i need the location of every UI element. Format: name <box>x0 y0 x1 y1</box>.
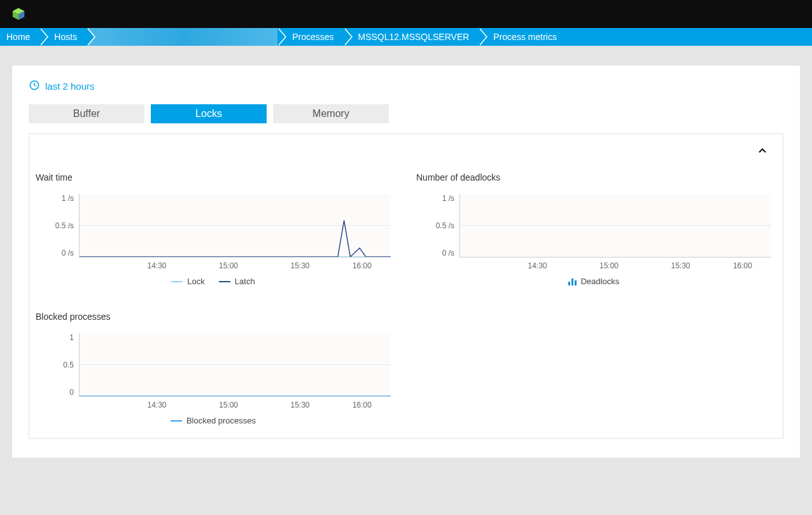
breadcrumb-process[interactable]: MSSQL12.MSSQLSERVER <box>344 28 480 46</box>
chart-legend: Lock Latch <box>36 277 391 286</box>
plot-area[interactable] <box>79 194 391 258</box>
legend-item-blocked[interactable]: Blocked processes <box>171 416 256 425</box>
breadcrumb-host[interactable] <box>87 28 278 46</box>
chevron-up-icon <box>756 144 769 157</box>
tab-locks[interactable]: Locks <box>151 104 267 123</box>
y-tick: 0.5 <box>63 360 74 369</box>
breadcrumb-metrics-label: Process metrics <box>493 32 557 42</box>
breadcrumb-processes-label: Processes <box>292 32 333 42</box>
x-tick: 15:30 <box>290 261 309 270</box>
x-axis: 14:30 15:00 15:30 16:00 <box>459 258 771 270</box>
breadcrumb-processes[interactable]: Processes <box>278 28 344 46</box>
y-axis: 1 0.5 0 <box>36 333 79 397</box>
chart-title: Wait time <box>36 172 391 182</box>
breadcrumb-home[interactable]: Home <box>0 28 40 46</box>
legend-label: Latch <box>235 277 255 286</box>
chart-blocked-processes: Blocked processes 1 0.5 0 <box>36 312 391 425</box>
tab-buffer-label: Buffer <box>73 108 100 120</box>
legend-swatch <box>171 420 182 422</box>
y-tick: 0 /s <box>62 249 74 258</box>
bar-icon <box>568 278 577 285</box>
plot-area[interactable] <box>79 333 391 397</box>
legend-label: Lock <box>187 277 204 286</box>
chart-deadlocks: Number of deadlocks 1 /s 0.5 /s 0 /s 14:… <box>416 172 771 286</box>
y-tick: 0 <box>69 388 74 397</box>
x-tick: 15:00 <box>219 401 238 409</box>
chart-legend: Blocked processes <box>36 416 391 425</box>
chart-wait-time: Wait time 1 /s 0.5 /s 0 /s <box>36 172 391 286</box>
x-tick: 15:30 <box>290 401 309 409</box>
y-axis: 1 /s 0.5 /s 0 /s <box>36 194 79 258</box>
top-bar <box>0 0 812 28</box>
x-tick: 16:00 <box>733 261 752 270</box>
y-tick: 0.5 /s <box>55 221 74 230</box>
chart-title: Blocked processes <box>36 312 391 322</box>
app-logo-icon <box>11 7 25 21</box>
page-body: last 2 hours Buffer Locks Memory Wait ti… <box>0 46 812 477</box>
time-range-label: last 2 hours <box>45 81 95 92</box>
y-tick: 1 /s <box>62 194 74 203</box>
tab-memory[interactable]: Memory <box>273 104 389 123</box>
x-tick: 15:00 <box>599 261 619 270</box>
y-tick: 0.5 /s <box>436 221 454 230</box>
breadcrumb-home-label: Home <box>6 32 30 42</box>
panel-collapse-button[interactable] <box>756 144 769 159</box>
clock-icon <box>29 79 40 93</box>
chart-title: Number of deadlocks <box>416 172 771 182</box>
breadcrumb-process-metrics[interactable]: Process metrics <box>479 28 567 46</box>
x-tick: 15:00 <box>219 261 238 270</box>
x-tick: 14:30 <box>147 261 166 270</box>
x-tick: 14:30 <box>528 261 547 270</box>
breadcrumb-hosts-label: Hosts <box>54 32 77 42</box>
x-tick: 16:00 <box>353 401 372 409</box>
x-tick: 14:30 <box>147 401 166 409</box>
x-tick: 16:00 <box>353 261 372 270</box>
locks-panel: Wait time 1 /s 0.5 /s 0 /s <box>29 134 783 439</box>
legend-label: Blocked processes <box>186 416 256 425</box>
y-tick: 0 /s <box>442 249 454 258</box>
breadcrumb-process-label: MSSQL12.MSSQLSERVER <box>358 32 470 42</box>
x-axis: 14:30 15:00 15:30 16:00 <box>79 258 391 270</box>
y-axis: 1 /s 0.5 /s 0 /s <box>416 194 459 258</box>
x-tick: 15:30 <box>671 261 690 270</box>
y-tick: 1 /s <box>442 194 454 203</box>
metric-tabs: Buffer Locks Memory <box>29 104 783 123</box>
time-range-picker[interactable]: last 2 hours <box>29 79 95 93</box>
tab-locks-label: Locks <box>195 108 222 120</box>
y-tick: 1 <box>69 333 74 342</box>
chart-legend: Deadlocks <box>416 277 771 286</box>
tab-buffer[interactable]: Buffer <box>29 104 144 123</box>
plot-area[interactable] <box>459 194 771 258</box>
legend-item-latch[interactable]: Latch <box>219 277 255 286</box>
legend-item-deadlocks[interactable]: Deadlocks <box>568 277 620 286</box>
breadcrumb: Home Hosts Processes MSSQL12.MSSQLSERVER… <box>0 28 812 46</box>
tab-memory-label: Memory <box>312 108 349 120</box>
legend-label: Deadlocks <box>581 277 620 286</box>
x-axis: 14:30 15:00 15:30 16:00 <box>79 397 391 409</box>
legend-swatch <box>219 281 230 282</box>
legend-item-lock[interactable]: Lock <box>171 277 204 286</box>
charts-grid: Wait time 1 /s 0.5 /s 0 /s <box>36 172 771 425</box>
legend-swatch <box>171 281 183 282</box>
metrics-card: last 2 hours Buffer Locks Memory Wait ti… <box>11 65 801 458</box>
